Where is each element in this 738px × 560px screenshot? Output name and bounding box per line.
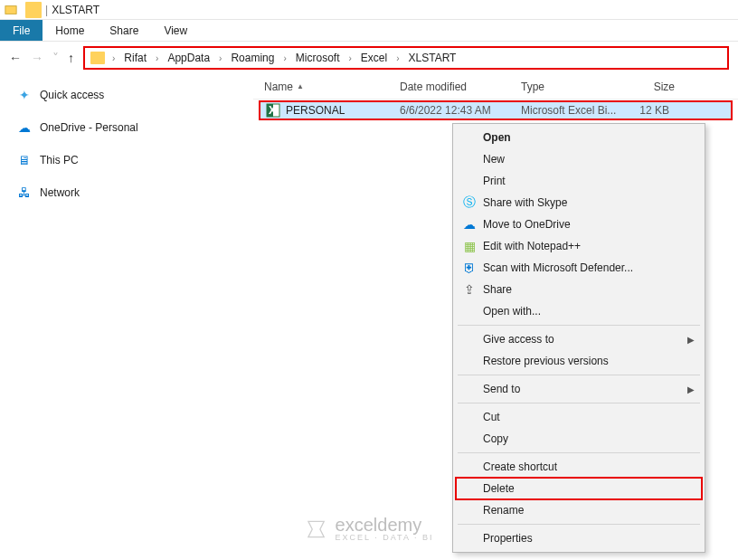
forward-button[interactable]: → bbox=[31, 51, 43, 65]
col-name[interactable]: Name ▲ bbox=[259, 81, 394, 93]
col-type[interactable]: Type bbox=[516, 81, 619, 93]
ctx-new[interactable]: New bbox=[456, 148, 702, 170]
ctx-separator bbox=[458, 403, 700, 403]
window-title: XLSTART bbox=[52, 4, 99, 16]
nav-row: ← → ˅ ↑ › Rifat › AppData › Roaming › Mi… bbox=[0, 42, 738, 74]
skype-icon: Ⓢ bbox=[461, 195, 478, 211]
chevron-icon[interactable]: › bbox=[150, 53, 164, 63]
sidebar-label: OneDrive - Personal bbox=[40, 121, 138, 134]
address-bar[interactable]: › Rifat › AppData › Roaming › Microsoft … bbox=[83, 46, 729, 70]
file-type: Microsoft Excel Bi... bbox=[516, 104, 619, 117]
ctx-move-to-onedrive[interactable]: ☁Move to OneDrive bbox=[456, 214, 702, 235]
breadcrumb-item[interactable]: Roaming bbox=[229, 52, 276, 64]
ctx-label: Move to OneDrive bbox=[483, 218, 571, 231]
file-date: 6/6/2022 12:43 AM bbox=[394, 104, 516, 117]
back-button[interactable]: ← bbox=[9, 51, 22, 65]
app-icon bbox=[4, 3, 18, 17]
tab-view[interactable]: View bbox=[151, 20, 200, 41]
chevron-icon[interactable]: › bbox=[278, 53, 291, 63]
cloud-icon: ☁ bbox=[16, 120, 33, 135]
col-date[interactable]: Date modified bbox=[394, 81, 516, 93]
ctx-label: Create shortcut bbox=[483, 460, 557, 473]
ctx-give-access-to[interactable]: Give access to▶ bbox=[456, 328, 702, 350]
watermark-icon bbox=[305, 517, 328, 541]
notepad-icon: ▦ bbox=[461, 238, 478, 254]
breadcrumb-item[interactable]: AppData bbox=[166, 52, 212, 64]
ctx-open-with-[interactable]: Open with... bbox=[456, 300, 702, 322]
file-name: PERSONAL bbox=[286, 104, 345, 117]
sidebar-label: Network bbox=[40, 186, 80, 199]
ctx-label: Delete bbox=[483, 482, 515, 495]
network-icon: 🖧 bbox=[16, 185, 33, 200]
ctx-label: New bbox=[483, 153, 505, 166]
ctx-separator bbox=[458, 325, 700, 326]
ctx-scan-with-microsoft-defender-[interactable]: ⛨Scan with Microsoft Defender... bbox=[456, 257, 702, 279]
ctx-label: Scan with Microsoft Defender... bbox=[483, 261, 633, 274]
tab-share[interactable]: Share bbox=[97, 20, 151, 41]
ctx-share[interactable]: ⇪Share bbox=[456, 279, 702, 300]
excel-file-icon: X bbox=[266, 103, 280, 118]
ctx-copy[interactable]: Copy bbox=[456, 428, 702, 450]
chevron-icon[interactable]: › bbox=[343, 53, 356, 63]
sidebar-label: Quick access bbox=[40, 89, 104, 101]
breadcrumb-item[interactable]: Microsoft bbox=[294, 52, 342, 64]
ctx-create-shortcut[interactable]: Create shortcut bbox=[456, 456, 702, 478]
ctx-label: Properties bbox=[483, 532, 533, 545]
ctx-label: Send to bbox=[483, 383, 520, 395]
ctx-delete[interactable]: Delete bbox=[456, 478, 702, 499]
sidebar-item-onedrive[interactable]: ☁ OneDrive - Personal bbox=[0, 116, 253, 139]
col-name-label: Name bbox=[264, 81, 293, 93]
chevron-icon[interactable]: › bbox=[213, 53, 227, 63]
ctx-label: Share bbox=[483, 283, 512, 296]
ctx-share-with-skype[interactable]: ⓈShare with Skype bbox=[456, 192, 702, 214]
column-headers: Name ▲ Date modified Type Size bbox=[253, 74, 738, 100]
sidebar-label: This PC bbox=[40, 154, 79, 166]
watermark-sub: EXCEL · DATA · BI bbox=[336, 534, 434, 542]
breadcrumb-item[interactable]: Excel bbox=[359, 52, 389, 64]
share-icon: ⇪ bbox=[461, 281, 478, 298]
file-row-selected[interactable]: X PERSONAL 6/6/2022 12:43 AM Microsoft E… bbox=[259, 100, 733, 120]
sidebar-item-network[interactable]: 🖧 Network bbox=[0, 181, 253, 204]
ctx-edit-with-notepad-[interactable]: ▦Edit with Notepad++ bbox=[456, 235, 702, 257]
ctx-label: Open bbox=[483, 131, 511, 144]
up-button[interactable]: ↑ bbox=[68, 51, 74, 65]
chevron-icon[interactable]: › bbox=[391, 53, 404, 63]
breadcrumb-item[interactable]: Rifat bbox=[122, 52, 148, 64]
breadcrumb-item[interactable]: XLSTART bbox=[407, 52, 459, 64]
sidebar: ✦ Quick access ☁ OneDrive - Personal 🖥 T… bbox=[0, 74, 253, 560]
ctx-open[interactable]: Open bbox=[456, 127, 702, 148]
ctx-send-to[interactable]: Send to▶ bbox=[456, 378, 702, 400]
ctx-label: Copy bbox=[483, 432, 508, 445]
ctx-label: Give access to bbox=[483, 333, 554, 346]
ctx-restore-previous-versions[interactable]: Restore previous versions bbox=[456, 350, 702, 372]
ctx-label: Edit with Notepad++ bbox=[483, 240, 581, 252]
ctx-label: Open with... bbox=[483, 305, 541, 318]
ctx-label: Print bbox=[483, 175, 506, 187]
chevron-right-icon: ▶ bbox=[687, 384, 695, 394]
ribbon-tabs: File Home Share View bbox=[0, 20, 738, 42]
ctx-separator bbox=[458, 524, 700, 525]
ctx-label: Cut bbox=[483, 411, 500, 423]
star-icon: ✦ bbox=[16, 88, 33, 102]
ctx-label: Rename bbox=[483, 504, 524, 517]
sidebar-item-quick-access[interactable]: ✦ Quick access bbox=[0, 83, 253, 107]
ctx-cut[interactable]: Cut bbox=[456, 406, 702, 428]
tab-file[interactable]: File bbox=[0, 20, 43, 41]
title-bar: | XLSTART bbox=[0, 0, 738, 20]
svg-rect-0 bbox=[5, 5, 16, 14]
chevron-icon[interactable]: › bbox=[107, 53, 120, 63]
context-menu: OpenNewPrintⓈShare with Skype☁Move to On… bbox=[452, 123, 705, 553]
col-size[interactable]: Size bbox=[619, 81, 680, 93]
ctx-print[interactable]: Print bbox=[456, 170, 702, 192]
sidebar-item-this-pc[interactable]: 🖥 This PC bbox=[0, 148, 253, 172]
shield-icon: ⛨ bbox=[461, 260, 478, 276]
file-size: 12 KB bbox=[619, 104, 675, 117]
ctx-properties[interactable]: Properties bbox=[456, 527, 702, 549]
cloud-icon: ☁ bbox=[461, 216, 478, 233]
recent-dropdown[interactable]: ˅ bbox=[52, 51, 59, 65]
watermark-text: exceldemy bbox=[336, 516, 422, 534]
folder-icon bbox=[90, 52, 105, 64]
sort-indicator-icon: ▲ bbox=[297, 82, 304, 90]
tab-home[interactable]: Home bbox=[43, 20, 97, 41]
ctx-rename[interactable]: Rename bbox=[456, 499, 702, 521]
